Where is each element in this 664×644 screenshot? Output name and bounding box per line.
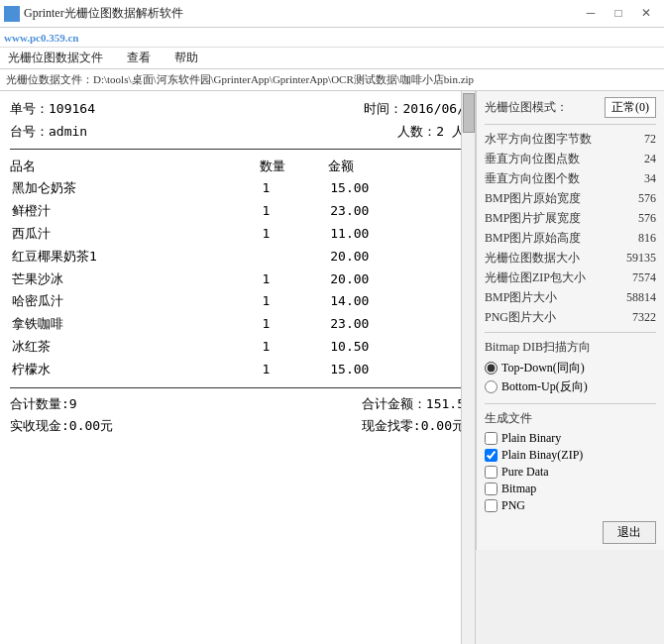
item-price: 15.00 xyxy=(328,359,465,381)
table-row: 红豆椰果奶茶1 20.00 xyxy=(10,246,465,268)
item-name: 冰红茶 xyxy=(10,336,260,359)
generate-files-header: 生成文件 xyxy=(485,410,656,427)
setting-label: 光栅位图数据大小 xyxy=(485,250,580,267)
checkbox-label: Pure Data xyxy=(501,465,549,480)
receipt-header-row-1: 单号：109164 时间：2016/06/ xyxy=(10,99,465,120)
checkbox-input[interactable] xyxy=(485,449,498,462)
checkbox-input[interactable] xyxy=(485,432,498,445)
divider-2 xyxy=(485,332,656,333)
setting-row: BMP图片扩展宽度 576 xyxy=(485,210,656,227)
setting-value: 59135 xyxy=(626,251,656,266)
item-price: 11.00 xyxy=(328,223,465,246)
mode-value: 正常(0) xyxy=(605,97,656,118)
radio-input[interactable] xyxy=(485,380,498,393)
item-price: 10.50 xyxy=(328,336,465,359)
divider-bottom xyxy=(10,387,465,388)
radio-item: Bottom-Up(反向) xyxy=(485,378,656,395)
item-qty: 1 xyxy=(260,223,328,246)
exit-button[interactable]: 退出 xyxy=(603,521,656,544)
menu-item-help[interactable]: 帮助 xyxy=(170,50,202,66)
scan-direction-radios: Top-Down(同向) Bottom-Up(反向) xyxy=(485,360,656,395)
item-name: 拿铁咖啡 xyxy=(10,313,260,336)
scroll-thumb[interactable] xyxy=(463,93,475,133)
menu-item-view[interactable]: 查看 xyxy=(123,50,155,66)
col-header-qty: 数量 xyxy=(260,156,328,178)
item-price: 23.00 xyxy=(328,313,465,336)
item-qty: 1 xyxy=(260,200,328,223)
mode-label: 光栅位图模式： xyxy=(485,99,568,116)
persons-info: 人数：2 人 xyxy=(397,122,465,143)
item-qty: 1 xyxy=(260,290,328,313)
path-bar: 光栅位数据文件： D:\tools\桌面\河东软件园\GprinterApp\G… xyxy=(0,69,664,91)
setting-label: BMP图片大小 xyxy=(485,289,557,306)
table-row: 哈密瓜汁 1 14.00 xyxy=(10,290,465,313)
setting-row: BMP图片大小 58814 xyxy=(485,289,656,306)
receipt-time: 时间：2016/06/ xyxy=(364,99,465,120)
watermark-text: www.pc0.359.cn xyxy=(4,32,78,44)
radio-label: Bottom-Up(反向) xyxy=(501,378,588,395)
item-qty: 1 xyxy=(260,336,328,359)
path-value: D:\tools\桌面\河东软件园\GprinterApp\GprinterAp… xyxy=(93,72,474,87)
minimize-button[interactable]: ─ xyxy=(577,0,605,28)
table-row: 黑加仑奶茶 1 15.00 xyxy=(10,177,465,200)
app-icon xyxy=(4,6,20,22)
item-name: 黑加仑奶茶 xyxy=(10,177,260,200)
total-qty: 合计数量:9 xyxy=(10,394,77,415)
close-button[interactable]: ✕ xyxy=(632,0,660,28)
setting-row: BMP图片原始宽度 576 xyxy=(485,190,656,207)
col-header-name: 品名 xyxy=(10,156,260,178)
receipt-header-row-2: 台号：admin 人数：2 人 xyxy=(10,122,465,143)
setting-label: BMP图片原始高度 xyxy=(485,230,581,247)
window-controls: ─ □ ✕ xyxy=(577,0,660,28)
item-qty: 1 xyxy=(260,177,328,200)
setting-value: 7574 xyxy=(632,270,656,285)
setting-value: 24 xyxy=(644,152,656,166)
left-panel: 单号：109164 时间：2016/06/ 台号：admin 人数：2 人 品名… xyxy=(0,91,476,644)
setting-label: PNG图片大小 xyxy=(485,309,556,326)
cash-change: 现金找零:0.00元 xyxy=(362,416,465,437)
divider-1 xyxy=(485,124,656,125)
checkbox-label: Plain Binay(ZIP) xyxy=(501,448,583,463)
footer-row-2: 实收现金:0.00元 现金找零:0.00元 xyxy=(10,416,465,437)
setting-row: 垂直方向位图个数 34 xyxy=(485,170,656,187)
mode-row: 光栅位图模式： 正常(0) xyxy=(485,97,656,118)
checkbox-item: Plain Binay(ZIP) xyxy=(485,448,656,463)
checkbox-item: Plain Binary xyxy=(485,431,656,446)
checkbox-input[interactable] xyxy=(485,499,498,512)
checkbox-label: Bitmap xyxy=(501,482,536,496)
checkbox-input[interactable] xyxy=(485,483,498,495)
order-no: 单号：109164 xyxy=(10,99,95,120)
title-bar: Gprinter光栅位图数据解析软件 ─ □ ✕ xyxy=(0,0,664,28)
checkbox-label: Plain Binary xyxy=(501,431,561,446)
total-amount: 合计金额：151.5 xyxy=(362,394,465,415)
radio-input[interactable] xyxy=(485,362,498,375)
right-panel-wrapper: 光栅位图模式： 正常(0) 水平方向位图字节数 72 垂直方向位图点数 24 垂… xyxy=(476,91,664,644)
item-price: 23.00 xyxy=(328,200,465,223)
col-header-amount: 金额 xyxy=(328,156,465,178)
table-row: 冰红茶 1 10.50 xyxy=(10,336,465,359)
item-qty: 1 xyxy=(260,313,328,336)
item-qty xyxy=(260,246,328,268)
item-price: 20.00 xyxy=(328,268,465,291)
maximize-button[interactable]: □ xyxy=(605,0,632,28)
radio-label: Top-Down(同向) xyxy=(501,360,585,376)
setting-value: 576 xyxy=(638,211,656,226)
table-header-row: 品名 数量 金额 xyxy=(10,156,465,178)
setting-row: 光栅位图ZIP包大小 7574 xyxy=(485,269,656,286)
checkbox-input[interactable] xyxy=(485,466,498,479)
divider-3 xyxy=(485,403,656,404)
right-panel: 光栅位图模式： 正常(0) 水平方向位图字节数 72 垂直方向位图点数 24 垂… xyxy=(476,91,664,550)
scan-direction-group: Bitmap DIB扫描方向 Top-Down(同向) Bottom-Up(反向… xyxy=(485,339,656,395)
item-name: 芒果沙冰 xyxy=(10,268,260,291)
table-row: 西瓜汁 1 11.00 xyxy=(10,223,465,246)
items-table: 品名 数量 金额 黑加仑奶茶 1 15.00 鲜橙汁 1 23.00 西瓜汁 1… xyxy=(10,156,465,381)
menu-item-file[interactable]: 光栅位图数据文件 xyxy=(4,50,107,66)
item-name: 红豆椰果奶茶1 xyxy=(10,246,260,268)
item-name: 西瓜汁 xyxy=(10,223,260,246)
item-qty: 1 xyxy=(260,268,328,291)
receipt-footer: 合计数量:9 合计金额：151.5 实收现金:0.00元 现金找零:0.00元 xyxy=(10,394,465,438)
setting-label: BMP图片原始宽度 xyxy=(485,190,581,207)
item-price: 14.00 xyxy=(328,290,465,313)
generate-files-group: 生成文件 Plain Binary Plain Binay(ZIP) Pure … xyxy=(485,410,656,513)
scroll-indicator[interactable] xyxy=(461,91,475,644)
